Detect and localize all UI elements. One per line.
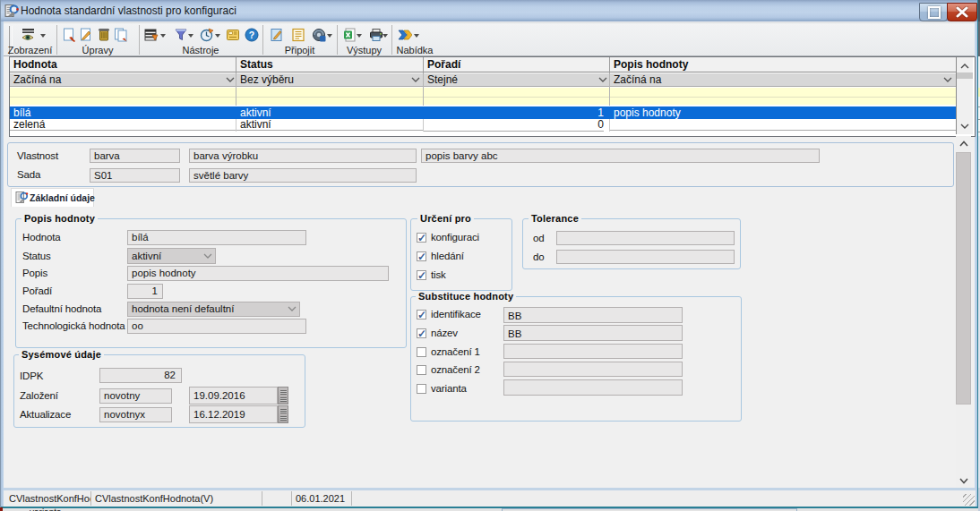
svg-text:?: ? — [249, 30, 254, 40]
